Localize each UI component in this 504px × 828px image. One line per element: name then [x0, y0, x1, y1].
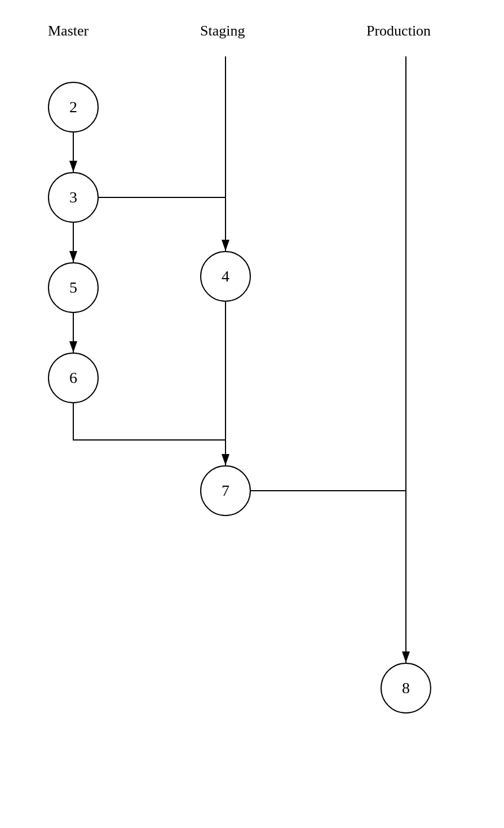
- diagram: Master Staging Production 2: [0, 0, 504, 828]
- node-5: 5: [48, 262, 99, 313]
- node-8: 8: [381, 663, 431, 714]
- node-3: 3: [48, 172, 99, 223]
- node-7: 7: [200, 465, 251, 516]
- node-6: 6: [48, 353, 99, 403]
- node-2: 2: [48, 82, 99, 133]
- line-6-staging: [73, 403, 226, 440]
- node-4: 4: [200, 251, 251, 302]
